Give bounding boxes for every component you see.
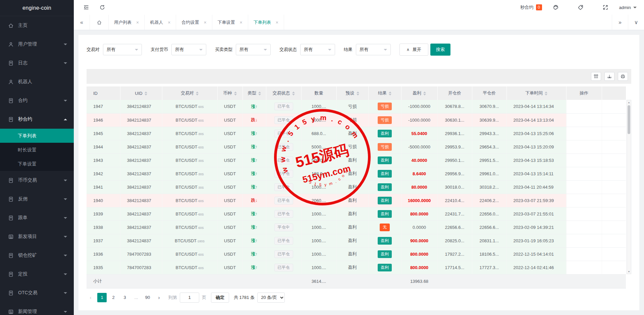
- filter-pair: 交易对所有: [87, 44, 142, 55]
- expand-button[interactable]: ∧ 展开: [399, 44, 428, 56]
- profit-value: 55.0400: [412, 131, 427, 136]
- sidebar-item-order-settings[interactable]: 下单设置: [0, 157, 74, 171]
- menu-fold-icon[interactable]: [81, 2, 91, 12]
- filter-bar: 交易对所有支付货币所有买卖类型所有交易状态所有结果所有 ∧ 展开 搜索: [87, 44, 631, 56]
- tabs-scroll-right[interactable]: »: [612, 15, 628, 30]
- result-select[interactable]: 所有: [356, 44, 391, 55]
- order-uid: 7847007283: [127, 265, 151, 270]
- select-value: 所有: [175, 47, 184, 53]
- col-label: 数量: [315, 90, 323, 96]
- tab-contract-settings[interactable]: 合约设置×: [176, 15, 212, 30]
- close-icon[interactable]: ×: [168, 20, 170, 25]
- export-button[interactable]: [604, 72, 614, 81]
- col-label: 币种: [223, 90, 232, 96]
- table-row: 19357847007283BTC/USDT-60SUSDT涨↑已平仓1000.…: [87, 261, 626, 274]
- coin: USDT: [224, 265, 236, 270]
- sidebar-item-contract[interactable]: 合约: [0, 91, 74, 110]
- scroll-up-icon[interactable]: ▲: [628, 100, 630, 105]
- confirm-button[interactable]: 确定: [211, 293, 229, 303]
- sidebar-item-otc-trade[interactable]: OTC交易: [0, 284, 74, 302]
- tab-robot[interactable]: 机器人×: [145, 15, 176, 30]
- tab-order-list[interactable]: 下单列表×: [248, 15, 284, 30]
- tag-icon[interactable]: [576, 2, 586, 12]
- page-1[interactable]: 1: [97, 293, 107, 302]
- col-type[interactable]: 类型: [243, 86, 266, 100]
- sidebar-item-new-projects[interactable]: 新发项目: [0, 227, 74, 246]
- sidebar-item-copy-trade[interactable]: 跟单: [0, 208, 74, 227]
- close-icon[interactable]: ×: [240, 20, 243, 25]
- sidebar-item-second-contract[interactable]: 秒合约: [0, 110, 74, 129]
- pagination: ‹ 123...90 › 到第 页 确定 共 1781 条 20 条/页: [87, 293, 631, 307]
- home-tab[interactable]: [90, 15, 109, 30]
- order-id: 1947: [93, 104, 103, 109]
- col-filler: [602, 86, 626, 100]
- type-up-label: 涨↑: [251, 158, 258, 163]
- print-icon: [621, 74, 625, 79]
- col-profit[interactable]: 盈利: [401, 86, 437, 100]
- result-badge: 盈利: [378, 130, 392, 137]
- col-pair[interactable]: 交易对: [162, 86, 217, 100]
- pay-currency-select[interactable]: 所有: [171, 44, 206, 55]
- open-price: 30678.8...: [445, 104, 465, 109]
- close-icon[interactable]: ×: [204, 20, 206, 25]
- close-icon[interactable]: ×: [276, 20, 278, 25]
- refresh-icon[interactable]: [97, 2, 107, 12]
- sidebar-item-rebate[interactable]: 反佣: [0, 190, 74, 208]
- order-time: 2023-04-11 20:44:59: [514, 185, 554, 190]
- profit-value: -5000.0000: [408, 144, 430, 149]
- columns-toggle-button[interactable]: [591, 72, 601, 81]
- tab-order-settings[interactable]: 下单设置×: [212, 15, 248, 30]
- search-button[interactable]: 搜索: [430, 44, 450, 56]
- pair-period: -60S: [197, 213, 204, 216]
- type-up-label: 涨↑: [251, 251, 258, 256]
- col-status[interactable]: 交易状态: [266, 86, 301, 100]
- tab-user-list[interactable]: 用户列表×: [109, 15, 145, 30]
- sidebar-item-home[interactable]: 主页: [0, 16, 74, 35]
- notice-label: 秒合约: [521, 4, 534, 10]
- trade-type-select[interactable]: 所有: [236, 44, 271, 55]
- sidebar-item-coin-trade[interactable]: 币币交易: [0, 171, 74, 190]
- sidebar-item-duration-settings[interactable]: 时长设置: [0, 143, 74, 157]
- col-coin[interactable]: 币种: [217, 86, 243, 100]
- goto-page-input[interactable]: [180, 293, 199, 303]
- sidebar-item-robot[interactable]: 机器人: [0, 72, 74, 91]
- pair-select[interactable]: 所有: [103, 44, 142, 55]
- scrollbar-thumb[interactable]: [628, 105, 630, 134]
- close-price: 30639.9...: [480, 118, 499, 123]
- preset: 盈利: [348, 225, 357, 230]
- tabs-menu-icon[interactable]: ∨: [628, 15, 644, 30]
- print-button[interactable]: [618, 72, 628, 81]
- sidebar-submenu: 下单列表时长设置下单设置: [0, 129, 74, 171]
- close-icon[interactable]: ×: [136, 20, 139, 25]
- chevron-down-icon: [64, 62, 67, 64]
- col-preset[interactable]: 预设: [336, 86, 368, 100]
- sidebar-item-user-management[interactable]: 用户管理: [0, 35, 74, 54]
- pair-period: -60S: [197, 146, 204, 149]
- scroll-down-icon[interactable]: ▼: [628, 269, 630, 274]
- fullscreen-icon[interactable]: [600, 2, 610, 12]
- page-size-select[interactable]: 20 条/页: [257, 293, 285, 303]
- second-contract-notice[interactable]: 秒合约 0: [521, 4, 542, 10]
- col-uid[interactable]: UID: [120, 86, 162, 100]
- coin: USDT: [224, 144, 236, 149]
- palette-icon[interactable]: [551, 2, 561, 12]
- col-result[interactable]: 结果: [368, 86, 401, 100]
- next-page-icon[interactable]: ›: [155, 293, 163, 302]
- sidebar-item-lock-mining[interactable]: 锁仓挖矿: [0, 246, 74, 265]
- page-2[interactable]: 2: [109, 293, 118, 302]
- sidebar-item-auto-invest[interactable]: 定投: [0, 265, 74, 284]
- tabs-scroll-left[interactable]: «: [74, 15, 90, 30]
- sidebar-item-news-management[interactable]: 新闻管理: [0, 302, 74, 315]
- admin-menu[interactable]: admin: [619, 5, 637, 10]
- page-3[interactable]: 3: [120, 293, 129, 302]
- prev-page-icon[interactable]: ‹: [87, 293, 95, 302]
- page-90[interactable]: 90: [143, 293, 152, 302]
- table-scrollbar[interactable]: ▲ ▼: [627, 100, 631, 274]
- sidebar-item-order-list[interactable]: 下单列表: [0, 129, 74, 143]
- pair-name: BTC/USDT: [175, 211, 197, 216]
- trade-status-select[interactable]: 所有: [300, 44, 335, 55]
- subtotal-amount: 3614....: [301, 274, 336, 288]
- col-time[interactable]: 下单时间: [506, 86, 566, 100]
- sidebar-item-logs[interactable]: 日志: [0, 54, 74, 72]
- profit-value: 16000.0000: [408, 198, 431, 203]
